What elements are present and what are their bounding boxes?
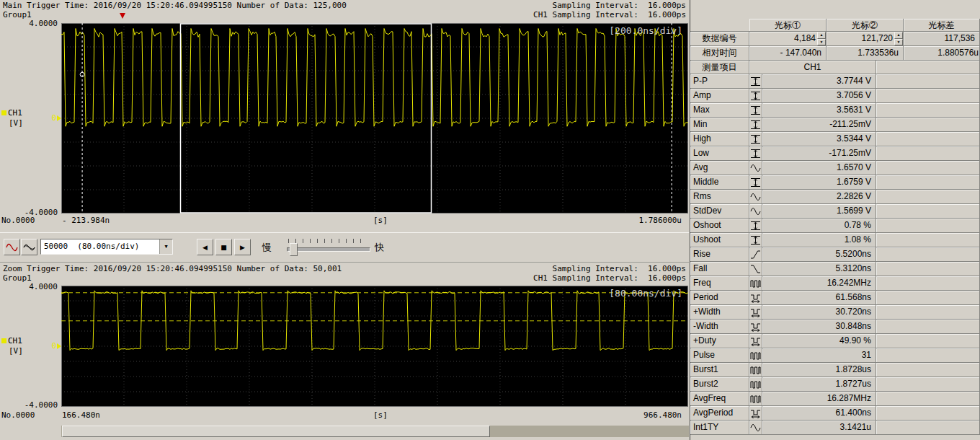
step-forward-button[interactable]: ▶ <box>234 239 251 255</box>
spin-up-button[interactable]: ▲ <box>894 32 903 39</box>
wave-zoom-icon-1[interactable] <box>4 239 20 255</box>
zoom-x-axis-row: No.0000 166.480n [s] 966.480n <box>0 410 689 421</box>
measure-label: Rms <box>690 190 749 204</box>
oscilloscope-app: Main Trigger Time: 2016/09/20 15:20:46.0… <box>0 0 980 440</box>
main-ymax-label: 4.0000 <box>0 19 58 28</box>
chevron-down-icon[interactable]: ▼ <box>159 239 172 254</box>
relative-time-label: 相对时间 <box>690 46 749 61</box>
measure-diff-cell <box>876 377 980 392</box>
waveform-area: Main Trigger Time: 2016/09/20 15:20:46.0… <box>0 0 690 440</box>
measure-value: 3.7056 V <box>762 89 876 103</box>
measure-row-AvgFreq: AvgFreq16.287MHz <box>690 392 980 406</box>
cursor-diff-header: 光标差 <box>904 19 980 32</box>
measure-diff-cell <box>876 406 980 421</box>
measure-value: 3.1421u <box>762 421 876 435</box>
measure-row-Burst2: Burst21.8727us <box>690 377 980 392</box>
measure-row-Period: Period61.568ns <box>690 291 980 305</box>
measure-f-icon <box>749 392 762 406</box>
measure-h-icon <box>749 406 762 421</box>
measure-diff-cell <box>876 320 980 334</box>
slow-label: 慢 <box>262 241 272 254</box>
main-ch1-sampling-interval: CH1 Sampling Interval: 16.000ps <box>533 10 686 19</box>
measure-f-icon <box>749 363 762 377</box>
measure-diff-cell <box>876 305 980 320</box>
sine-wave-icon <box>6 242 18 252</box>
measure-row-Max: Max3.5631 V <box>690 103 980 118</box>
measure-value: 1.08 % <box>762 233 876 247</box>
measure-diff-cell <box>876 421 980 435</box>
measure-row-Ushoot: Ushoot1.08 % <box>690 233 980 247</box>
horizontal-scrollbar[interactable] <box>61 426 689 437</box>
spin-up-button[interactable]: ▲ <box>817 32 826 39</box>
measure-h-icon <box>749 334 762 348</box>
zoom-points-select[interactable]: 50000 (80.00ns/div) ▼ <box>40 239 173 255</box>
measure-diff-cell <box>876 392 980 406</box>
fast-label: 快 <box>375 241 384 254</box>
measure-label: StdDev <box>690 204 749 219</box>
measure-label: Low <box>690 146 749 161</box>
spin-down-button[interactable]: ▼ <box>894 39 903 46</box>
main-x-axis-row: No.0000 - 213.984n [s] 1.786000u <box>0 216 689 226</box>
measure-v-icon <box>749 175 762 190</box>
main-x-start: - 213.984n <box>62 216 110 225</box>
data-number-row: 数据编号 4,184 ▲ ▼ 121,720 ▲ ▼ <box>690 32 980 46</box>
scrollbar-thumb[interactable] <box>62 426 490 437</box>
measure-h-icon <box>749 291 762 305</box>
measure-r-icon <box>749 247 762 262</box>
measure-row-Burst1: Burst11.8728us <box>690 363 980 377</box>
wave-zoom-icon-2[interactable] <box>21 239 37 255</box>
cursor1-data-value[interactable]: 4,184 <box>749 32 817 45</box>
measure-diff-cell <box>876 74 980 89</box>
measure-s-icon <box>749 421 762 435</box>
measure-f-icon <box>749 276 762 291</box>
measure-label: Fall <box>690 262 749 276</box>
spin-down-button[interactable]: ▼ <box>817 39 826 46</box>
measure-row-Rise: Rise5.5200ns <box>690 247 980 262</box>
zoom-unit-label: [V] <box>9 346 23 356</box>
zoom-control-bar: 50000 (80.00ns/div) ▼ ◀ ■ ▶ 慢 快 <box>0 232 689 263</box>
measure-value: -171.25mV <box>762 146 876 161</box>
cursor2-header: 光标② <box>827 19 904 32</box>
slider-ticks <box>288 239 368 243</box>
main-x-unit: [s] <box>373 216 388 225</box>
measure-label: Ushoot <box>690 233 749 247</box>
measure-blank-header <box>876 61 980 74</box>
zoom-waveform-plot[interactable]: [80.00ns/div] <box>61 286 688 407</box>
measure-v-icon <box>749 89 762 103</box>
zoom-trigger-info: Zoom Trigger Time: 2016/09/20 15:20:46.0… <box>3 264 342 273</box>
measure-row-Fall: Fall5.3120ns <box>690 262 980 276</box>
main-trigger-header: Main Trigger Time: 2016/09/20 15:20:46.0… <box>0 0 689 22</box>
stop-button[interactable]: ■ <box>215 239 232 255</box>
measure-v-icon <box>749 219 762 233</box>
measure-value: 61.400ns <box>762 406 876 421</box>
zoom-ymin-label: -4.0000 <box>0 400 58 410</box>
measure-diff-cell <box>876 175 980 190</box>
measure-row-Min: Min-211.25mV <box>690 118 980 132</box>
measure-value: 49.90 % <box>762 334 876 348</box>
measure-value: 0.78 % <box>762 219 876 233</box>
speed-slider[interactable] <box>287 237 369 258</box>
main-waveform-plot[interactable]: [200.0ns/div] <box>61 23 688 214</box>
measurement-panel: 光标① 光标② 光标差 数据编号 4,184 ▲ ▼ 121,720 <box>690 0 980 440</box>
measure-row-High: High3.5344 V <box>690 132 980 146</box>
measure-row-Rms: Rms2.2826 V <box>690 190 980 204</box>
measure-label: +Width <box>690 305 749 320</box>
cursor-header-spacer <box>690 19 749 32</box>
measure-diff-cell <box>876 103 980 118</box>
measure-label: High <box>690 132 749 146</box>
cursor2-relative-time: 1.733536u <box>827 46 904 61</box>
measure-v-icon <box>749 103 762 118</box>
measure-ch1-header: CH1 <box>749 61 876 74</box>
ch1-color-icon <box>1 110 6 115</box>
slider-track[interactable] <box>287 247 370 252</box>
measure-value: 1.6759 V <box>762 175 876 190</box>
measure-label: Min <box>690 118 749 132</box>
main-channel-label: CH1 <box>1 108 22 118</box>
cursor-diff-data-number: 117,536 <box>904 32 980 46</box>
measure-value: 1.6570 V <box>762 161 876 175</box>
slider-thumb[interactable] <box>290 243 298 256</box>
step-back-button[interactable]: ◀ <box>197 239 213 255</box>
cursor2-data-value[interactable]: 121,720 <box>827 32 894 45</box>
measure-h-icon <box>749 305 762 320</box>
measure-value: 30.848ns <box>762 320 876 334</box>
